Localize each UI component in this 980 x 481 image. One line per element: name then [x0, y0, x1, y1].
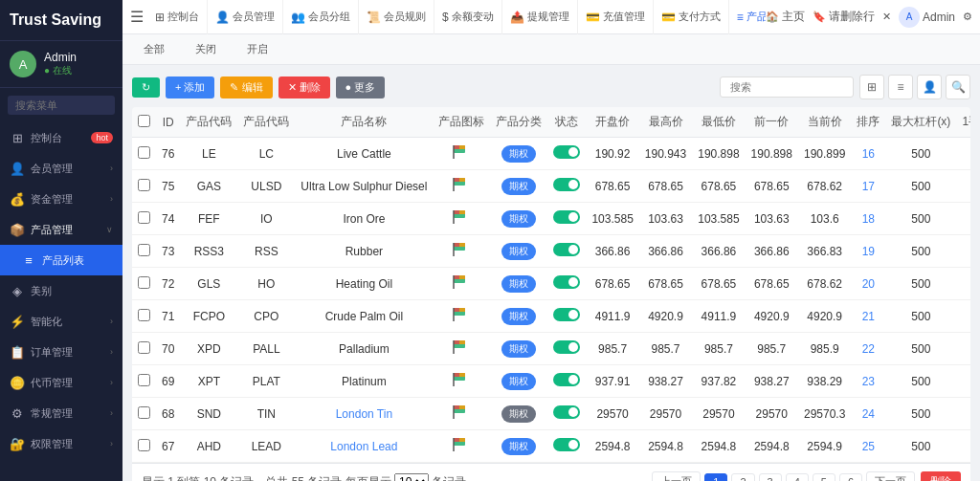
- bulk-delete-button[interactable]: 删除: [921, 471, 961, 481]
- more-button[interactable]: ● 更多: [336, 77, 386, 98]
- sidebar-item-product[interactable]: 📦 产品管理 ∨: [0, 214, 122, 245]
- sidebar-item-dashboard[interactable]: ⊞ 控制台 hot: [0, 122, 122, 153]
- topbar-nav-member[interactable]: 👤会员管理: [208, 0, 283, 34]
- sidebar-item-routine[interactable]: ⚙ 常规管理 ›: [0, 398, 122, 428]
- tab-closed[interactable]: 关闭: [182, 38, 230, 60]
- page-2-button[interactable]: 2: [731, 473, 754, 482]
- search-button[interactable]: 🔍: [946, 75, 970, 99]
- row-checkbox[interactable]: [138, 211, 150, 224]
- toggle-switch[interactable]: [553, 340, 580, 354]
- topbar-nav-product-list[interactable]: ≡产品列表: [729, 0, 766, 34]
- row-checkbox[interactable]: [138, 406, 150, 419]
- sidebar-item-classify[interactable]: ◈ 美别: [0, 275, 122, 306]
- row-toggle[interactable]: [547, 268, 586, 300]
- row-checkbox[interactable]: [138, 309, 150, 321]
- select-all-checkbox[interactable]: [138, 115, 150, 127]
- row-checkbox[interactable]: [138, 179, 150, 191]
- chevron-right-icon: ›: [110, 347, 113, 357]
- row-low: 678.65: [692, 170, 745, 203]
- page-size-select[interactable]: 10 20 50: [394, 473, 429, 482]
- toggle-switch[interactable]: [553, 405, 580, 419]
- topbar-nav-recharge[interactable]: 💳充值管理: [578, 0, 654, 34]
- page-3-button[interactable]: 3: [759, 473, 782, 482]
- topbar-nav-withdraw[interactable]: 📤提规管理: [502, 0, 578, 34]
- topbar-nav-member-rule[interactable]: 📜会员规则: [359, 0, 434, 34]
- row-toggle[interactable]: [547, 333, 586, 365]
- row-toggle[interactable]: [547, 170, 586, 203]
- row-name: Platinum: [295, 365, 433, 398]
- row-check[interactable]: [132, 430, 156, 463]
- sidebar-item-member[interactable]: 👤 会员管理 ›: [0, 153, 122, 184]
- toggle-switch[interactable]: [553, 145, 580, 159]
- column-settings-icon[interactable]: 👤: [917, 75, 942, 99]
- topbar-nav-member-group[interactable]: 👥会员分组: [283, 0, 359, 34]
- topbar-right: 🏠 主页 🔖 请删除行 ✕ A Admin ⚙: [766, 7, 972, 28]
- sidebar-item-orders[interactable]: 📋 订单管理 ›: [0, 337, 122, 367]
- row-toggle[interactable]: [547, 203, 586, 235]
- row-check[interactable]: [132, 170, 156, 203]
- row-checkbox[interactable]: [138, 439, 150, 451]
- row-toggle[interactable]: [547, 235, 586, 268]
- sidebar-search-input[interactable]: [8, 96, 115, 115]
- topbar-nav-balance[interactable]: $余额变动: [434, 0, 502, 34]
- table-header-row: ID 产品代码 产品代码 产品名称 产品图标 产品分类 状态 开盘价 最高价 最…: [132, 107, 970, 138]
- sidebar-item-label: 产品列表: [42, 253, 113, 268]
- toggle-switch[interactable]: [553, 178, 580, 191]
- tab-all[interactable]: 全部: [130, 38, 178, 60]
- row-check[interactable]: [132, 365, 156, 398]
- sidebar-item-automation[interactable]: ⚡ 智能化 ›: [0, 306, 122, 337]
- row-checkbox[interactable]: [138, 146, 150, 159]
- toggle-switch[interactable]: [553, 243, 580, 256]
- row-leverage: 500: [885, 138, 956, 170]
- row-toggle[interactable]: [547, 300, 586, 333]
- sidebar-item-tokens[interactable]: 🪙 代币管理 ›: [0, 367, 122, 398]
- close-icon[interactable]: ✕: [882, 11, 891, 23]
- search-input[interactable]: [720, 77, 854, 98]
- home-link[interactable]: 🏠 主页: [766, 9, 805, 25]
- row-checkbox[interactable]: [138, 276, 150, 289]
- settings-icon[interactable]: ⚙: [963, 11, 972, 23]
- row-checkbox[interactable]: [138, 244, 150, 256]
- row-toggle[interactable]: [547, 398, 586, 430]
- toggle-switch[interactable]: [553, 308, 580, 321]
- list-view-icon[interactable]: ≡: [888, 75, 913, 99]
- page-4-button[interactable]: 4: [786, 473, 809, 482]
- page-controls: 上一页 1 2 3 4 5 6 下一页: [652, 471, 915, 481]
- row-check[interactable]: [132, 333, 156, 365]
- remove-nav-link[interactable]: 🔖 请删除行: [813, 9, 875, 25]
- hamburger-icon[interactable]: ☰: [130, 8, 144, 26]
- toggle-switch[interactable]: [553, 373, 580, 386]
- edit-button[interactable]: ✎ 编辑: [220, 77, 272, 98]
- content-area: ↻ + 添加 ✎ 编辑 ✕ 删除 ● 更多 ⊞ ≡ 👤 🔍: [122, 65, 980, 481]
- page-1-button[interactable]: 1: [704, 473, 727, 482]
- page-5-button[interactable]: 5: [813, 473, 835, 482]
- sidebar-item-funds[interactable]: 💰 资金管理 ›: [0, 184, 122, 214]
- row-check[interactable]: [132, 300, 156, 333]
- topbar-nav-payment[interactable]: 💳支付方式: [654, 0, 729, 34]
- row-toggle[interactable]: [547, 365, 586, 398]
- sidebar-item-product-list[interactable]: ≡ 产品列表: [0, 245, 122, 275]
- row-toggle[interactable]: [547, 138, 586, 170]
- delete-button[interactable]: ✕ 删除: [278, 77, 330, 98]
- tab-open[interactable]: 开启: [234, 38, 281, 60]
- row-checkbox[interactable]: [138, 341, 150, 354]
- grid-view-icon[interactable]: ⊞: [859, 75, 884, 99]
- prev-page-button[interactable]: 上一页: [652, 471, 701, 481]
- row-toggle[interactable]: [547, 430, 586, 463]
- row-check[interactable]: [132, 138, 156, 170]
- toggle-switch[interactable]: [553, 275, 580, 289]
- toggle-switch[interactable]: [553, 210, 580, 224]
- row-check[interactable]: [132, 203, 156, 235]
- row-checkbox[interactable]: [138, 374, 150, 386]
- row-check[interactable]: [132, 235, 156, 268]
- page-6-button[interactable]: 6: [839, 473, 862, 482]
- topbar-nav-dashboard[interactable]: ⊞控制台: [147, 0, 208, 34]
- row-check[interactable]: [132, 398, 156, 430]
- toggle-switch[interactable]: [553, 438, 580, 451]
- refresh-button[interactable]: ↻: [132, 77, 160, 98]
- next-page-button[interactable]: 下一页: [866, 471, 915, 481]
- sidebar-item-authority[interactable]: 🔐 权限管理 ›: [0, 428, 122, 459]
- col-select-all[interactable]: [132, 107, 156, 138]
- row-check[interactable]: [132, 268, 156, 300]
- add-button[interactable]: + 添加: [166, 77, 214, 98]
